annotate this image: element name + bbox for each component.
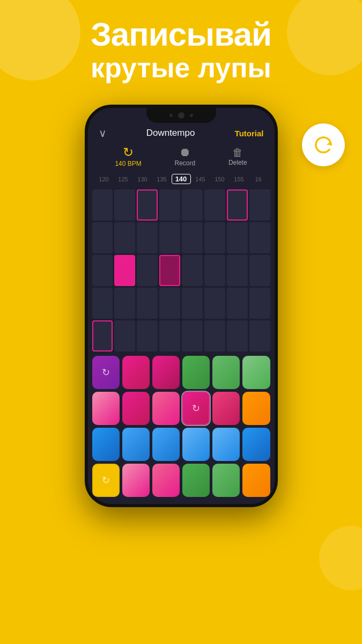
bpm-tick-150: 150 — [210, 176, 230, 182]
pad-loop[interactable]: ↻ — [92, 356, 120, 389]
grid-cell-active[interactable] — [92, 320, 113, 352]
header-line2: крутые лупы — [0, 53, 362, 83]
bpm-tick-135: 135 — [152, 176, 172, 182]
pad[interactable] — [122, 428, 150, 461]
pads-row-1: ↻ — [92, 356, 270, 389]
grid-cell[interactable] — [227, 222, 248, 253]
pads-row-2: ↻ — [92, 392, 270, 425]
phone-body: ∨ Downtempo Tutorial ↻ 140 BPM ⏺ Record … — [85, 105, 278, 507]
pad[interactable] — [182, 356, 210, 389]
grid-cell-active[interactable] — [137, 189, 158, 221]
grid-cell[interactable] — [249, 255, 270, 286]
grid-cell[interactable] — [92, 222, 113, 253]
grid-cell[interactable] — [159, 320, 180, 352]
grid-cell[interactable] — [114, 320, 135, 352]
bpm-ruler: 120 125 130 135 140 145 150 155 16 — [88, 172, 275, 187]
grid-cell[interactable] — [204, 320, 225, 352]
phone-frame: ∨ Downtempo Tutorial ↻ 140 BPM ⏺ Record … — [85, 105, 278, 507]
grid-cell[interactable] — [204, 222, 225, 253]
header-section: Записывай крутые лупы — [0, 16, 362, 83]
loop-badge-icon — [312, 133, 335, 157]
pad[interactable] — [152, 356, 180, 389]
bpm-tick-16x: 16 — [249, 176, 268, 182]
grid-cell[interactable] — [182, 189, 203, 221]
grid-cell[interactable] — [204, 255, 225, 286]
pad[interactable] — [122, 356, 150, 389]
grid-cell-active[interactable] — [227, 189, 248, 221]
grid-cell[interactable] — [137, 288, 158, 319]
bpm-tick-140[interactable]: 140 — [172, 174, 191, 184]
grid-cell[interactable] — [204, 189, 225, 221]
pad[interactable] — [212, 428, 240, 461]
grid-cell[interactable] — [227, 320, 248, 352]
grid-cell-active[interactable] — [114, 255, 135, 286]
bpm-tick-125: 125 — [114, 176, 133, 182]
pad[interactable] — [122, 464, 150, 497]
grid-cell[interactable] — [92, 288, 113, 319]
pads-row-4: ↻ — [92, 464, 270, 497]
pad-loop-active[interactable]: ↻ — [182, 392, 210, 425]
svg-marker-0 — [327, 141, 331, 145]
sequencer-grid — [88, 187, 275, 354]
delete-control[interactable]: 🗑 Delete — [228, 147, 247, 166]
grid-cell-active[interactable] — [159, 255, 180, 286]
grid-cell[interactable] — [114, 288, 135, 319]
pad[interactable] — [182, 464, 210, 497]
grid-cell[interactable] — [114, 189, 135, 221]
grid-cell[interactable] — [159, 222, 180, 253]
pad[interactable] — [92, 392, 120, 425]
grid-cell[interactable] — [249, 288, 270, 319]
notch-sensor2 — [190, 114, 193, 117]
phone-notch — [146, 108, 216, 123]
grid-cell[interactable] — [227, 255, 248, 286]
pad[interactable] — [182, 428, 210, 461]
loop-badge — [302, 123, 345, 166]
pads-row-3 — [92, 428, 270, 461]
grid-cell[interactable] — [92, 189, 113, 221]
pad[interactable] — [152, 428, 180, 461]
grid-cell[interactable] — [227, 288, 248, 319]
pad[interactable] — [152, 392, 180, 425]
pad[interactable] — [242, 428, 270, 461]
delete-icon: 🗑 — [232, 147, 243, 158]
pad[interactable] — [242, 392, 270, 425]
grid-cell[interactable] — [137, 255, 158, 286]
grid-cell[interactable] — [249, 189, 270, 221]
bpm-tick-155: 155 — [230, 176, 249, 182]
pad[interactable] — [92, 428, 120, 461]
notch-camera — [178, 112, 184, 119]
pad-loop[interactable]: ↻ — [92, 464, 120, 497]
header-line1: Записывай — [0, 16, 362, 53]
pad[interactable] — [152, 464, 180, 497]
app-screen: ∨ Downtempo Tutorial ↻ 140 BPM ⏺ Record … — [88, 108, 275, 504]
grid-cell[interactable] — [159, 288, 180, 319]
grid-cell[interactable] — [137, 222, 158, 253]
bpm-loop-icon: ↻ — [123, 146, 134, 159]
grid-cell[interactable] — [182, 288, 203, 319]
grid-cell[interactable] — [182, 222, 203, 253]
grid-cell[interactable] — [204, 288, 225, 319]
controls-row: ↻ 140 BPM ⏺ Record 🗑 Delete — [88, 144, 275, 172]
chevron-down-icon[interactable]: ∨ — [99, 127, 107, 140]
pad[interactable] — [212, 392, 240, 425]
grid-cell[interactable] — [137, 320, 158, 352]
tutorial-button[interactable]: Tutorial — [235, 129, 264, 138]
pad[interactable] — [212, 464, 240, 497]
pad[interactable] — [212, 356, 240, 389]
grid-cell[interactable] — [249, 320, 270, 352]
grid-cell[interactable] — [182, 320, 203, 352]
grid-cell[interactable] — [114, 222, 135, 253]
pad[interactable] — [122, 392, 150, 425]
grid-cell[interactable] — [249, 222, 270, 253]
grid-cell[interactable] — [182, 255, 203, 286]
grid-cell[interactable] — [159, 189, 180, 221]
track-title: Downtempo — [146, 128, 195, 138]
notch-sensor — [169, 114, 173, 117]
pad[interactable] — [242, 356, 270, 389]
record-control[interactable]: ⏺ Record — [174, 147, 195, 167]
grid-cell[interactable] — [92, 255, 113, 286]
record-label: Record — [174, 159, 195, 167]
pad[interactable] — [242, 464, 270, 497]
bpm-tick-120: 120 — [94, 176, 114, 182]
bpm-control[interactable]: ↻ 140 BPM — [115, 146, 141, 167]
